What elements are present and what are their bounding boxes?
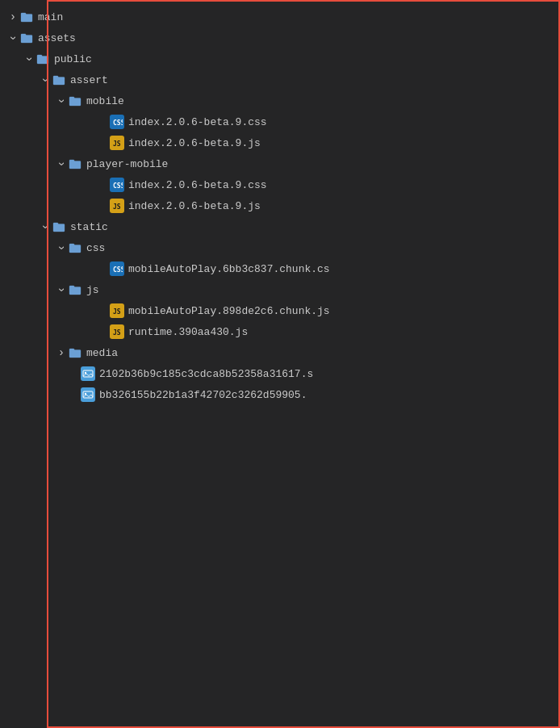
svg-text:CSS: CSS — [113, 119, 123, 127]
chevron-assert — [39, 73, 52, 86]
js-file-icon: JS — [110, 136, 124, 150]
svg-text:CSS: CSS — [113, 266, 123, 274]
file-mobileautoplay-js[interactable]: JS mobileAutoPlay.898de2c6.chunk.js — [0, 300, 560, 321]
folder-assets-label: assets — [38, 32, 76, 44]
svg-text:CSS: CSS — [113, 182, 123, 190]
folder-icon-css — [68, 241, 82, 255]
folder-public[interactable]: public — [0, 48, 560, 69]
file-runtime-js[interactable]: JS runtime.390aa430.js — [0, 321, 560, 342]
img-file-icon-1 — [81, 366, 95, 381]
folder-public-label: public — [54, 53, 92, 65]
folder-icon-assets — [19, 31, 34, 45]
svg-text:JS: JS — [113, 329, 121, 337]
file-mobileautoplay-css-label: mobileAutoPlay.6bb3c837.chunk.cs — [128, 263, 330, 275]
folder-icon-assert — [52, 73, 66, 87]
file-runtime-js-label: runtime.390aa430.js — [128, 326, 248, 338]
file-mobileautoplay-css[interactable]: CSS mobileAutoPlay.6bb3c837.chunk.cs — [0, 258, 560, 279]
file-player-mobile-css[interactable]: CSS index.2.0.6-beta.9.css — [0, 174, 560, 195]
folder-media-label: media — [86, 347, 118, 359]
folder-icon-mobile — [68, 94, 82, 108]
chevron-css-folder — [55, 241, 68, 254]
chevron-public — [23, 52, 36, 65]
file-player-mobile-js-label: index.2.0.6-beta.9.js — [128, 200, 261, 212]
folder-icon-static — [52, 220, 66, 234]
file-mobile-css-label: index.2.0.6-beta.9.css — [128, 116, 267, 128]
file-tree: main assets public assert — [0, 0, 560, 728]
folder-static[interactable]: static — [0, 216, 560, 237]
file-player-mobile-css-label: index.2.0.6-beta.9.css — [128, 179, 267, 191]
js-file-icon-2: JS — [110, 199, 124, 213]
folder-assert[interactable]: assert — [0, 69, 560, 90]
folder-main[interactable]: main — [0, 6, 560, 27]
folder-css[interactable]: css — [0, 237, 560, 258]
folder-css-label: css — [86, 242, 105, 254]
file-player-mobile-js[interactable]: JS index.2.0.6-beta.9.js — [0, 195, 560, 216]
css-file-icon: CSS — [110, 115, 124, 129]
folder-player-mobile-label: player-mobile — [86, 158, 168, 170]
js-file-icon-4: JS — [110, 324, 124, 339]
folder-icon-player-mobile — [68, 157, 82, 171]
folder-js[interactable]: js — [0, 279, 560, 300]
folder-icon-media — [68, 345, 82, 360]
chevron-assets — [6, 31, 19, 44]
chevron-static — [39, 220, 52, 233]
folder-media[interactable]: media — [0, 342, 560, 363]
folder-mobile-label: mobile — [86, 95, 124, 107]
img-file-icon-2 — [81, 387, 95, 402]
folder-player-mobile[interactable]: player-mobile — [0, 153, 560, 174]
file-image-2-label: bb326155b22b1a3f42702c3262d59905. — [99, 389, 307, 401]
folder-icon-main — [19, 10, 34, 24]
svg-text:JS: JS — [113, 140, 121, 148]
chevron-player-mobile — [55, 157, 68, 170]
file-mobile-js-label: index.2.0.6-beta.9.js — [128, 137, 261, 149]
folder-main-label: main — [38, 11, 63, 23]
folder-icon-js — [68, 282, 82, 297]
folder-mobile[interactable]: mobile — [0, 90, 560, 111]
folder-assets[interactable]: assets — [0, 27, 560, 48]
chevron-main — [6, 10, 19, 23]
file-mobile-js[interactable]: JS index.2.0.6-beta.9.js — [0, 132, 560, 153]
svg-text:JS: JS — [113, 203, 121, 211]
js-file-icon-3: JS — [110, 303, 124, 318]
file-image-1[interactable]: 2102b36b9c185c3cdca8b52358a31617.s — [0, 363, 560, 384]
chevron-js-folder — [55, 283, 68, 296]
svg-text:JS: JS — [113, 308, 121, 316]
folder-static-label: static — [70, 221, 108, 233]
file-mobileautoplay-js-label: mobileAutoPlay.898de2c6.chunk.js — [128, 305, 330, 317]
file-mobile-css[interactable]: CSS index.2.0.6-beta.9.css — [0, 111, 560, 132]
css-file-icon-3: CSS — [110, 261, 124, 276]
file-image-1-label: 2102b36b9c185c3cdca8b52358a31617.s — [99, 368, 313, 380]
folder-icon-public — [36, 52, 50, 66]
chevron-media — [55, 346, 68, 359]
css-file-icon-2: CSS — [110, 178, 124, 192]
folder-js-label: js — [86, 284, 99, 296]
chevron-mobile — [55, 94, 68, 107]
folder-assert-label: assert — [70, 74, 108, 86]
file-image-2[interactable]: bb326155b22b1a3f42702c3262d59905. — [0, 384, 560, 405]
